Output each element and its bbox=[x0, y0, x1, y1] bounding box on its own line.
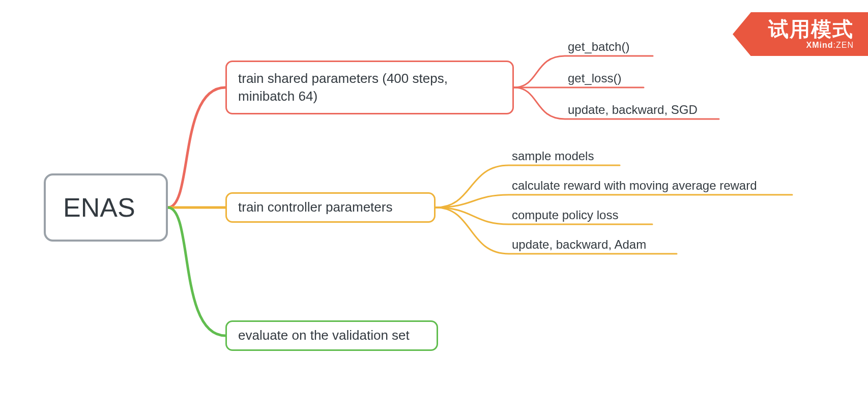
root-node[interactable]: ENAS bbox=[44, 173, 168, 242]
branch-train-controller[interactable]: train controller parameters bbox=[225, 192, 436, 223]
branch-label: train controller parameters bbox=[238, 198, 392, 216]
branch-train-shared[interactable]: train shared parameters (400 steps, mini… bbox=[225, 61, 514, 114]
leaf-policy-loss[interactable]: compute policy loss bbox=[512, 208, 618, 222]
trial-mode-watermark: 试用模式 XMind:ZEN bbox=[733, 12, 868, 56]
root-label: ENAS bbox=[63, 190, 135, 225]
leaf-calc-reward[interactable]: calculate reward with moving average rew… bbox=[512, 179, 757, 193]
watermark-brand: XMind:ZEN bbox=[768, 41, 854, 50]
mindmap-canvas: ENAS train shared parameters (400 steps,… bbox=[0, 0, 868, 415]
leaf-get-batch[interactable]: get_batch() bbox=[568, 40, 629, 54]
leaf-sample-models[interactable]: sample models bbox=[512, 149, 594, 163]
branch-label: train shared parameters (400 steps, mini… bbox=[238, 70, 501, 105]
leaf-update-sgd[interactable]: update, backward, SGD bbox=[568, 103, 698, 117]
branch-evaluate[interactable]: evaluate on the validation set bbox=[225, 320, 438, 351]
watermark-title: 试用模式 bbox=[768, 17, 854, 41]
leaf-get-loss[interactable]: get_loss() bbox=[568, 71, 621, 85]
leaf-update-adam[interactable]: update, backward, Adam bbox=[512, 238, 646, 252]
branch-label: evaluate on the validation set bbox=[238, 327, 410, 344]
